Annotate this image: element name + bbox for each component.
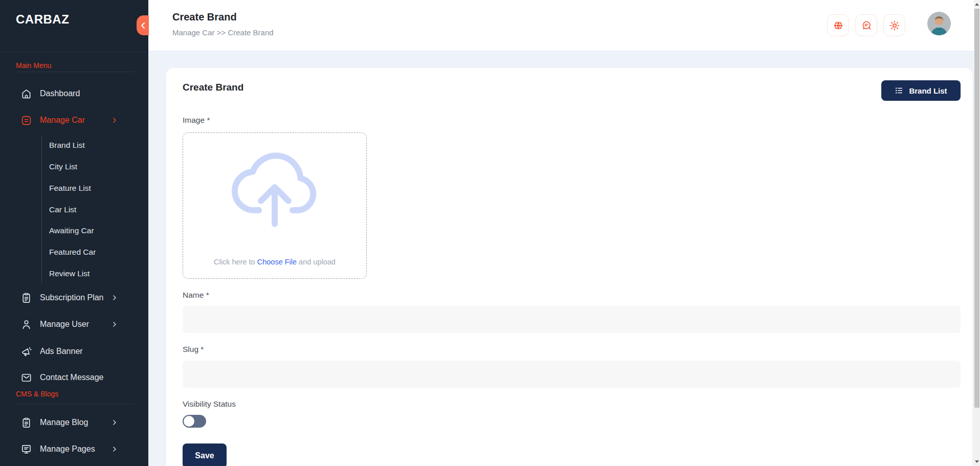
choose-file-link[interactable]: Choose File (257, 258, 297, 266)
upload-text-prefix: Click here to (214, 258, 257, 266)
name-input[interactable] (183, 306, 961, 333)
app-logo: CARBAZ (16, 12, 69, 27)
sidebar-item-ads-banner[interactable]: Ads Banner (0, 341, 148, 362)
chevron-right-icon (110, 419, 118, 427)
sidebar-item-manage-user[interactable]: Manage User (0, 314, 148, 335)
subitem-label: Brand List (49, 141, 85, 150)
sidebar-collapse-button[interactable] (137, 15, 149, 35)
sidebar-subitem-awaiting-car[interactable]: Awaiting Car (49, 220, 141, 241)
sidebar-item-label: Manage Pages (40, 445, 95, 454)
name-field-label: Name * (183, 291, 209, 300)
scrollbar-thumb[interactable] (974, 9, 979, 408)
toggle-knob (184, 416, 194, 427)
scrollbar-up-arrow[interactable] (975, 3, 979, 6)
section-label-main-menu: Main Menu (16, 61, 51, 72)
sidebar-item-manage-blog[interactable]: Manage Blog (0, 412, 148, 433)
create-brand-card: Create Brand Brand List Image * Click he… (166, 68, 972, 466)
subitem-label: Featured Car (49, 248, 96, 257)
subitem-label: Car List (49, 205, 76, 214)
sidebar-subitem-featured-car[interactable]: Featured Car (49, 242, 141, 262)
visibility-toggle[interactable] (183, 415, 206, 428)
card-title: Create Brand (183, 82, 243, 93)
section-label-cms-blogs: CMS & Blogs (16, 390, 58, 400)
list-icon (895, 86, 904, 95)
brand-list-button[interactable]: Brand List (881, 80, 961, 101)
globe-icon (833, 20, 844, 31)
subitem-label: Awaiting Car (49, 226, 94, 235)
sidebar-item-label: Manage User (40, 320, 89, 329)
user-icon (20, 319, 32, 330)
sidebar-item-label: Ads Banner (40, 347, 83, 356)
language-globe-button[interactable] (827, 14, 849, 36)
scrollbar-down-arrow[interactable] (975, 460, 979, 463)
clipboard-icon (20, 417, 32, 429)
chevron-left-icon (141, 23, 145, 29)
sidebar-item-label: Manage Blog (40, 418, 88, 427)
home-icon (20, 88, 32, 100)
page-title: Create Brand (172, 11, 237, 23)
sidebar-item-subscription-plan[interactable]: Subscription Plan (0, 287, 148, 308)
main-content: Create Brand Brand List Image * Click he… (148, 51, 974, 466)
chevron-right-icon (110, 294, 118, 302)
divider (16, 404, 135, 404)
messages-button[interactable] (855, 14, 877, 36)
top-header: Create Brand Manage Car >> Create Brand (148, 0, 974, 51)
cloud-upload-icon (216, 142, 333, 239)
sidebar-item-label: Dashboard (40, 89, 80, 98)
user-avatar[interactable] (927, 12, 951, 35)
sidebar-item-dashboard[interactable]: Dashboard (0, 83, 148, 104)
sidebar-subitem-review-list[interactable]: Review List (49, 263, 141, 284)
envelope-icon (20, 372, 32, 384)
sidebar-item-manage-car[interactable]: Manage Car (0, 110, 148, 130)
image-upload-dropzone[interactable]: Click here to Choose File and upload (183, 132, 367, 279)
subitem-label: City List (49, 162, 77, 171)
chevron-right-icon (110, 446, 118, 453)
sidebar-item-manage-pages[interactable]: Manage Pages (0, 439, 148, 459)
sidebar-subitem-car-list[interactable]: Car List (49, 199, 141, 220)
subitem-label: Feature List (49, 184, 91, 193)
chat-icon (861, 20, 872, 31)
car-menu-icon (20, 115, 32, 126)
image-field-label: Image * (183, 116, 210, 125)
slug-field-label: Slug * (183, 345, 204, 354)
page-scrollbar[interactable] (974, 0, 980, 466)
divider (0, 52, 148, 52)
sidebar-subitem-feature-list[interactable]: Feature List (49, 178, 141, 198)
sidebar-item-label: Subscription Plan (40, 293, 104, 302)
subitem-label: Review List (49, 269, 90, 278)
settings-button[interactable] (883, 14, 905, 36)
breadcrumb: Manage Car >> Create Brand (172, 28, 274, 37)
gear-icon (889, 20, 900, 31)
visibility-status-label: Visibility Status (183, 400, 236, 409)
slug-input[interactable] (183, 361, 961, 388)
upload-text-suffix: and upload (297, 258, 336, 266)
divider (16, 72, 135, 72)
sidebar-item-contact-message[interactable]: Contact Message (0, 367, 148, 388)
chevron-right-icon (110, 321, 118, 328)
sidebar: CARBAZ Main Menu Dashboard Manage Car Br… (0, 0, 148, 466)
monitor-icon (20, 443, 32, 455)
brand-list-button-label: Brand List (909, 86, 947, 95)
sidebar-subitem-brand-list[interactable]: Brand List (49, 135, 141, 156)
megaphone-icon (20, 346, 32, 358)
submenu-guide-line (41, 135, 42, 283)
clipboard-icon (20, 292, 32, 304)
upload-instructions: Click here to Choose File and upload (183, 258, 366, 266)
sidebar-item-label: Contact Message (40, 373, 104, 382)
save-button[interactable]: Save (183, 443, 227, 466)
chevron-right-icon (110, 117, 118, 124)
user-profile-photo (927, 12, 951, 35)
sidebar-item-label: Manage Car (40, 116, 85, 125)
sidebar-subitem-city-list[interactable]: City List (49, 157, 141, 177)
